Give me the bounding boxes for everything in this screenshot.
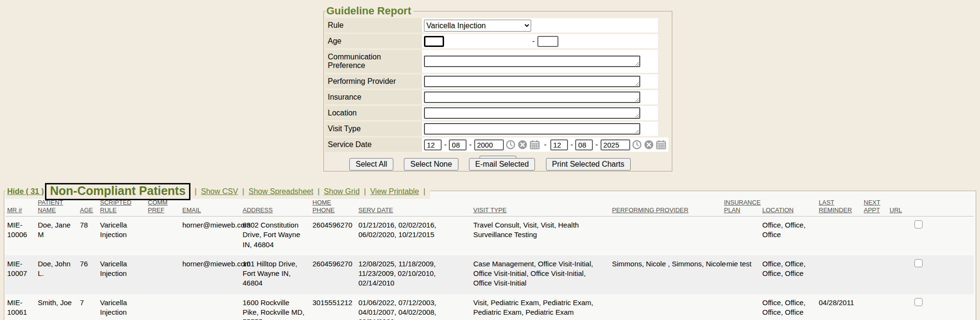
separator: | [423,187,425,196]
select-all-button[interactable]: Select All [349,158,393,171]
col-header-serv-date[interactable]: SERV DATE [356,197,471,217]
performing-provider-row: Performing Provider [325,74,670,89]
rule-label: Rule [325,18,422,33]
calendar-icon[interactable] [656,140,666,149]
visit-type-cell: Travel Consult, Visit, Visit, Health Sur… [471,217,610,255]
guideline-report-form: Guideline Report Rule Varicella Injectio… [323,5,672,171]
col-header-insurance-plan[interactable]: INSURANCE PLAN [722,197,760,217]
comm-pref-cell [146,217,180,255]
insurance-plan-cell [722,294,760,320]
col-header-mr[interactable]: MR # [5,197,36,217]
performing-provider-input[interactable] [424,76,640,87]
location-cell: Office, Office, Office, Office [760,255,817,294]
insurance-plan-cell [722,217,760,255]
visit-type-label: Visit Type [325,122,422,136]
print-selected-charts-button[interactable]: Print Selected Charts [546,158,631,171]
separator: | [195,187,197,196]
section-title: Non-Compliant Patients [45,183,190,200]
communication-preference-label: Communication Preference [325,50,422,73]
communication-preference-row: Communication Preference [325,50,670,73]
location-row: Location [325,106,670,120]
col-header-address[interactable]: ADDRESS [241,197,311,217]
insurance-label: Insurance [325,90,422,104]
last-reminder-cell: 04/28/2011 [817,294,862,320]
guideline-report-legend: Guideline Report [325,5,413,17]
visit-type-input[interactable] [424,123,640,135]
service-date-from-day-input[interactable] [449,139,467,150]
non-compliant-patients-section: Hide ( 31 ) Non-Compliant Patients | Sho… [4,191,976,320]
patient-name-cell: Smith, Joe [36,294,78,320]
email-cell: horner@mieweb.com [180,217,241,255]
separator: | [364,187,366,196]
email-selected-button[interactable]: E-mail Selected [469,158,535,171]
service-date-to-year-input[interactable] [601,139,630,150]
separator: | [242,187,244,196]
visit-type-cell: Visit, Pediatric Exam, Pediatric Exam, P… [471,294,610,320]
clock-icon[interactable] [506,140,515,149]
row-checkbox[interactable] [914,220,923,229]
patient-name-cell: Doe, Jane M [36,217,78,255]
serv-date-cell: 12/08/2025, 11/18/2009, 11/23/2009, 02/1… [356,255,471,294]
row-checkbox[interactable] [914,298,923,306]
age-to-input[interactable] [537,36,558,47]
url-cell [888,294,974,320]
scripted-rule-cell: Varicella Injection [98,217,146,255]
col-header-next-appt[interactable]: NEXT APPT [862,197,888,217]
show-csv-link[interactable]: Show CSV [201,187,238,196]
age-from-input[interactable] [424,36,444,47]
table-row: MIE-10061 Smith, Joe 7 Varicella Injecti… [5,294,974,320]
show-spreadsheet-link[interactable]: Show Spreadsheet [249,187,313,196]
address-cell: 6302 Constitution Drive, Fort Wayne IN, … [241,217,311,255]
patient-name-cell: Doe, John L. [36,255,78,294]
email-cell: horner@mieweb.com [180,255,241,294]
col-header-home-phone[interactable]: HOME PHONE [311,197,356,217]
age-row: Age - [325,34,670,48]
age-label: Age [325,34,422,48]
url-cell [888,217,974,255]
col-header-url[interactable]: URL [888,197,974,217]
serv-date-cell: 01/06/2022, 07/12/2003, 04/01/2007, 04/0… [356,294,471,320]
visit-type-cell: Case Management, Office Visit-Initial, O… [471,255,610,294]
performing-provider-cell: Simmons, Nicole , Simmons, Nicole [610,255,722,294]
next-appt-cell [862,255,888,294]
email-cell [180,294,241,320]
col-header-location[interactable]: LOCATION [760,197,817,217]
col-header-performing-provider[interactable]: PERFORMING PROVIDER [610,197,722,217]
age-range-separator: - [532,37,535,46]
next-appt-cell [862,294,888,320]
row-checkbox[interactable] [914,259,923,267]
calendar-icon[interactable] [530,140,540,149]
clock-icon[interactable] [632,140,642,149]
service-date-to-day-input[interactable] [575,139,593,150]
hide-link[interactable]: Hide ( 31 ) [7,187,44,196]
communication-preference-input[interactable] [424,56,640,67]
view-printable-link[interactable]: View Printable [370,187,419,196]
show-grid-link[interactable]: Show Grid [324,187,360,196]
home-phone-cell: 2604596270 [311,217,356,255]
home-phone-cell: 3015551212 [311,294,356,320]
performing-provider-cell [610,217,722,255]
clear-icon[interactable] [644,140,654,149]
date-part-separator: - [444,140,446,149]
service-date-row: Service Date - - - - [325,137,670,152]
service-date-from-year-input[interactable] [474,139,504,150]
col-header-last-reminder[interactable]: LAST REMINDER [817,197,862,217]
col-header-visit-type[interactable]: VISIT TYPE [471,197,610,217]
mr-cell: MIE-10007 [5,255,36,294]
patients-table: MR # PATIENT NAME AGE SCRIPTED RULE COMM… [5,197,974,320]
date-part-separator: - [570,140,573,149]
service-date-from-month-input[interactable] [424,139,442,150]
insurance-row: Insurance [325,90,670,104]
clear-icon[interactable] [518,140,527,149]
rule-select[interactable]: Varicella Injection [424,20,531,32]
address-cell: 101 Hilltop Drive, Fort Wayne IN, 46804 [241,255,311,294]
selection-actions: Select All Select None E-mail Selected P… [0,158,980,171]
scripted-rule-cell: Varicella Injection [98,255,146,294]
service-date-to-month-input[interactable] [550,139,568,150]
insurance-input[interactable] [424,91,640,103]
rule-row: Rule Varicella Injection [325,18,670,33]
location-input[interactable] [424,107,640,119]
age-cell: 78 [78,217,98,255]
insurance-plan-cell: -mie test [722,255,760,294]
select-none-button[interactable]: Select None [404,158,458,171]
